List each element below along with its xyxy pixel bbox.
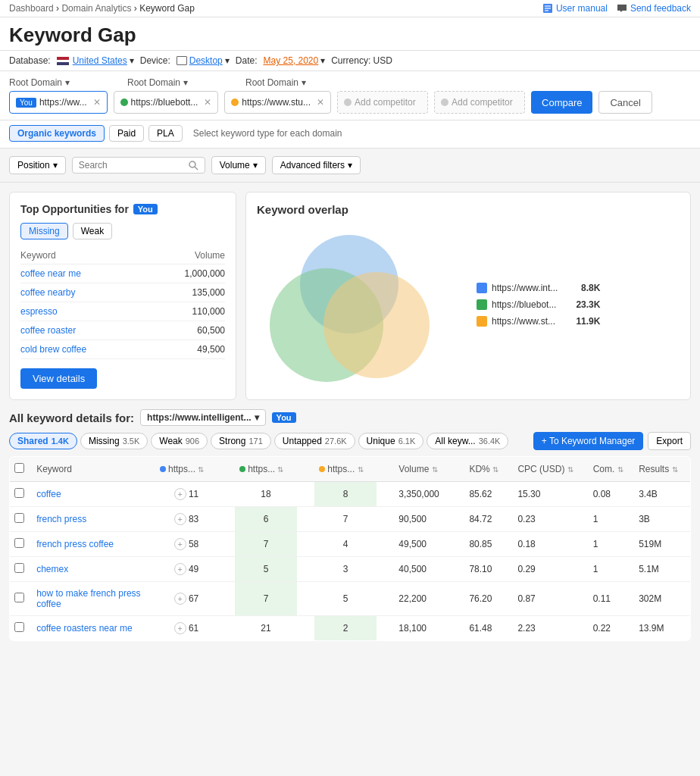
green-dot <box>120 99 128 106</box>
col-results: Results ⇅ <box>634 457 690 482</box>
opp-tab-missing[interactable]: Missing <box>20 223 68 239</box>
filter-tab-untapped[interactable]: Untapped27.6K <box>274 433 355 449</box>
row-checkbox[interactable] <box>14 593 24 602</box>
keyword-manager-button[interactable]: + To Keyword Manager <box>533 432 644 450</box>
tab-pla[interactable]: PLA <box>148 125 183 142</box>
tab-organic[interactable]: Organic keywords <box>9 125 105 142</box>
row-checkbox[interactable] <box>14 488 24 498</box>
device-value[interactable]: Desktop <box>189 55 223 66</box>
col-com: Com. ⇅ <box>589 457 635 482</box>
export-button[interactable]: Export <box>648 432 691 450</box>
kw-type-hint: Select keyword type for each domain <box>193 128 342 139</box>
row-checkbox[interactable] <box>14 622 24 632</box>
domain-chip-3[interactable]: https://www.stu... ✕ <box>224 91 331 114</box>
filter-tab-missing[interactable]: Missing3.5K <box>80 433 148 449</box>
add-icon[interactable]: + <box>174 488 186 500</box>
volume-cell: 22,200 <box>394 582 464 616</box>
add-icon[interactable]: + <box>174 622 186 634</box>
overlap-content: https://www.int... 8.8K https://bluebot.… <box>257 225 680 384</box>
keyword-link[interactable]: coffee <box>36 489 61 499</box>
tab-paid[interactable]: Paid <box>109 125 144 142</box>
cpc-cell: 0.23 <box>513 507 588 532</box>
volume-cell: 18,100 <box>394 616 464 641</box>
volume-cell: 3,350,000 <box>394 482 464 507</box>
cancel-button[interactable]: Cancel <box>598 91 652 114</box>
add-icon[interactable]: + <box>174 538 186 550</box>
keyword-link[interactable]: chemex <box>36 564 68 574</box>
search-icon <box>188 160 198 171</box>
feedback-icon <box>617 3 627 14</box>
add-competitor-2[interactable]: Add competitor <box>434 91 525 114</box>
chip-close-2[interactable]: ✕ <box>204 97 211 108</box>
volume-cell: 49,500 <box>394 532 464 557</box>
add-competitor-1[interactable]: Add competitor <box>337 91 428 114</box>
domain-label-1[interactable]: Root Domain ▾ <box>9 77 121 88</box>
opp-table-row: coffee near me1,000,000 <box>20 264 225 283</box>
date-value[interactable]: May 25, 2020 <box>263 55 318 66</box>
kd-cell: 84.72 <box>464 507 513 532</box>
database-label: Database: <box>9 55 51 66</box>
add-icon[interactable]: + <box>174 513 186 525</box>
opp-keyword-link[interactable]: coffee near me <box>20 268 81 279</box>
cpc-cell: 15.30 <box>513 482 588 507</box>
volume-cell: 40,500 <box>394 557 464 582</box>
row-checkbox[interactable] <box>14 563 24 573</box>
view-details-button[interactable]: View details <box>20 368 97 389</box>
cpc-cell: 2.23 <box>513 616 588 641</box>
overlap-legend: https://www.int... 8.8K https://bluebot.… <box>477 283 600 327</box>
domain-chip-2[interactable]: https://bluebott... ✕ <box>114 91 219 114</box>
table-row: french press + 83 6 7 90,500 84.72 0.23 … <box>10 507 691 532</box>
compare-button[interactable]: Compare <box>531 91 592 114</box>
filter-tab-unique[interactable]: Unique6.1K <box>358 433 424 449</box>
filter-tab-shared[interactable]: Shared1.4K <box>9 433 77 449</box>
row-checkbox[interactable] <box>14 538 24 548</box>
send-feedback-button[interactable]: Send feedback <box>617 3 691 14</box>
advanced-filter[interactable]: Advanced filters ▾ <box>272 156 361 174</box>
you-badge: You <box>133 204 158 214</box>
keyword-link[interactable]: french press coffee <box>36 539 114 549</box>
keyword-link[interactable]: coffee roasters near me <box>36 623 133 634</box>
us-flag-icon <box>57 57 69 65</box>
col-cpc: CPC (USD) ⇅ <box>513 457 588 482</box>
keyword-link[interactable]: how to make french press coffee <box>36 588 140 609</box>
search-row: Position ▾ Volume ▾ Advanced filters ▾ <box>0 149 700 183</box>
position-filter[interactable]: Position ▾ <box>9 156 66 174</box>
opp-keyword-link[interactable]: espresso <box>20 306 58 317</box>
legend-item: https://www.st... 11.9K <box>477 316 600 327</box>
opp-tab-weak[interactable]: Weak <box>73 223 112 239</box>
opp-col-keyword: Keyword <box>20 247 147 264</box>
col-volume: Volume ⇅ <box>394 457 464 482</box>
book-icon <box>542 3 553 14</box>
select-all-checkbox[interactable] <box>14 463 24 473</box>
opp-keyword-link[interactable]: cold brew coffee <box>20 344 86 355</box>
chip-close-3[interactable]: ✕ <box>317 97 324 108</box>
legend-label: https://www.st... <box>492 316 555 327</box>
volume-filter[interactable]: Volume ▾ <box>211 156 266 174</box>
search-input[interactable] <box>79 160 185 171</box>
page-title: Keyword Gap <box>9 23 691 47</box>
kd-cell: 61.48 <box>464 616 513 641</box>
row-checkbox[interactable] <box>14 513 24 523</box>
database-value[interactable]: United States <box>73 55 127 66</box>
domain-label-3[interactable]: Root Domain ▾ <box>245 77 358 88</box>
add-icon[interactable]: + <box>174 563 186 575</box>
user-manual-button[interactable]: User manual <box>542 3 608 14</box>
opp-keyword-link[interactable]: coffee roaster <box>20 325 76 336</box>
kd-cell: 78.10 <box>464 557 513 582</box>
breadcrumb: Dashboard › Domain Analytics › Keyword G… <box>9 3 195 14</box>
filter-bar: Database: United States ▾ Device: Deskto… <box>0 51 700 71</box>
chip-close-1[interactable]: ✕ <box>93 97 101 108</box>
domain-chip-1[interactable]: You https://ww... ✕ <box>9 91 108 114</box>
breadcrumb-dashboard[interactable]: Dashboard <box>9 3 54 14</box>
filter-tab-weak[interactable]: Weak906 <box>151 433 208 449</box>
add-icon[interactable]: + <box>174 593 186 605</box>
filter-tab-all-keyw...[interactable]: All keyw...36.4K <box>427 433 508 449</box>
opp-keyword-link[interactable]: coffee nearby <box>20 287 76 298</box>
svg-point-8 <box>323 272 430 378</box>
domain-select[interactable]: https://www.intelligent... ▾ <box>140 409 266 426</box>
cpc-cell: 0.18 <box>513 532 588 557</box>
keyword-link[interactable]: french press <box>36 514 86 524</box>
domain-label-2[interactable]: Root Domain ▾ <box>127 77 239 88</box>
breadcrumb-domain-analytics[interactable]: Domain Analytics <box>61 3 131 14</box>
filter-tab-strong[interactable]: Strong171 <box>211 433 271 449</box>
